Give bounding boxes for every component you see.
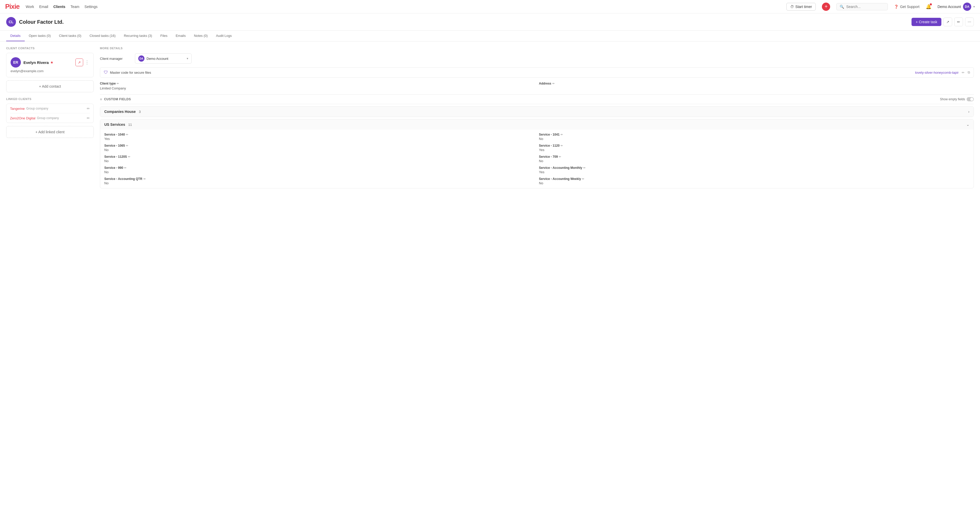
tab-audit-logs[interactable]: Audit Logs <box>212 31 236 41</box>
header-actions: + Create task ↗ ✏ ⋯ <box>912 18 974 26</box>
linked-client-tangerine: Tangerine Group company ✏ <box>10 104 90 113</box>
linked-client-edit-zero2one[interactable]: ✏ <box>87 116 90 120</box>
tab-emails[interactable]: Emails <box>172 31 190 41</box>
client-manager-avatar: DA <box>138 56 145 62</box>
account-avatar: DA <box>963 3 971 11</box>
show-empty-fields-area: Show empty fields <box>940 97 974 101</box>
edit-icon-button[interactable]: ✏ <box>954 18 963 26</box>
show-empty-toggle[interactable] <box>967 97 974 101</box>
page-header: CL Colour Factor Ltd. + Create task ↗ ✏ … <box>0 13 980 31</box>
field-service-accounting-qtr-label: Service - Accounting QTR ✏ <box>104 177 535 181</box>
timer-icon: ⏱ <box>790 5 794 9</box>
linked-client-type-zero2one: Group company <box>37 116 59 120</box>
field-service-1065-edit-icon[interactable]: ✏ <box>126 144 128 147</box>
field-service-accounting-monthly-edit-icon[interactable]: ✏ <box>583 166 585 169</box>
nav-work[interactable]: Work <box>26 5 34 9</box>
ellipsis-icon: ⋯ <box>968 20 971 24</box>
search-icon: 🔍 <box>840 5 844 9</box>
client-manager-row: Client manager DA Demo Account ▾ <box>100 53 974 64</box>
contact-send-button[interactable]: ↗ <box>75 59 83 66</box>
tab-client-tasks[interactable]: Client tasks (0) <box>55 31 86 41</box>
field-service-1041-edit-icon[interactable]: ✏ <box>560 133 563 136</box>
field-service-accounting-monthly-label: Service - Accounting Monthly ✏ <box>539 166 969 169</box>
companies-house-title: Companies House <box>104 110 136 114</box>
nav-links: Work Email Clients Team Settings <box>26 5 98 9</box>
nav-clients[interactable]: Clients <box>53 5 65 9</box>
nav-email[interactable]: Email <box>39 5 48 9</box>
field-service-1065-value: No <box>104 148 535 152</box>
send-icon-button[interactable]: ↗ <box>943 18 952 26</box>
linked-client-zero2one: Zero2One Digital Group company ✏ <box>10 113 90 123</box>
nav-team[interactable]: Team <box>70 5 79 9</box>
address-field: Address ✏ <box>539 82 974 90</box>
linked-client-edit-tangerine[interactable]: ✏ <box>87 107 90 110</box>
field-service-1065: Service - 1065 ✏ No <box>104 144 535 152</box>
create-task-button[interactable]: + Create task <box>912 18 941 26</box>
client-manager-select[interactable]: DA Demo Account ▾ <box>135 53 192 64</box>
tab-files[interactable]: Files <box>156 31 172 41</box>
account-menu[interactable]: Demo Account DA ▾ <box>937 3 975 11</box>
field-service-990: Service - 990 ✏ No <box>104 166 535 174</box>
companies-house-header[interactable]: Companies House 3 › <box>100 107 974 117</box>
tab-details[interactable]: Details <box>6 31 25 41</box>
linked-client-name-tangerine[interactable]: Tangerine <box>10 107 25 110</box>
start-timer-button[interactable]: ⏱ Start timer <box>786 3 816 11</box>
client-manager-label: Client manager <box>100 57 131 61</box>
field-service-accounting-weekly-edit-icon[interactable]: ✏ <box>582 177 584 181</box>
client-name: Colour Factor Ltd. <box>19 19 64 25</box>
add-contact-button[interactable]: + Add contact <box>6 80 94 92</box>
edit-icon: ✏ <box>957 20 960 24</box>
field-service-accounting-qtr-edit-icon[interactable]: ✏ <box>143 177 146 181</box>
field-service-709: Service - 709 ✏ No <box>539 155 969 163</box>
us-services-title: US Services <box>104 123 125 126</box>
field-service-709-label: Service - 709 ✏ <box>539 155 969 158</box>
tab-notes[interactable]: Notes (0) <box>190 31 212 41</box>
client-contacts-label: CLIENT CONTACTS <box>6 47 94 50</box>
field-service-accounting-weekly-value: No <box>539 181 969 185</box>
address-edit-icon[interactable]: ✏ <box>552 82 555 85</box>
client-type-field: Client type ✏ Limited Company <box>100 82 535 90</box>
field-service-1120: Service - 1120 ✏ Yes <box>539 144 969 152</box>
logo[interactable]: Pixie <box>5 3 19 11</box>
add-linked-client-button[interactable]: + Add linked client <box>6 126 94 138</box>
us-services-header[interactable]: US Services 11 ⌄ <box>100 119 974 130</box>
client-manager-name: Demo Account <box>146 57 185 61</box>
account-chevron-icon: ▾ <box>973 5 975 8</box>
tab-recurring-tasks[interactable]: Recurring tasks (3) <box>120 31 156 41</box>
details-grid: Client type ✏ Limited Company Address ✏ <box>100 82 974 90</box>
client-type-label: Client type ✏ <box>100 82 535 85</box>
field-service-990-edit-icon[interactable]: ✏ <box>124 166 126 169</box>
nav-settings[interactable]: Settings <box>84 5 98 9</box>
us-services-section: US Services 11 ⌄ Service - 1040 ✏ Yes <box>100 119 974 188</box>
right-column: MORE DETAILS Client manager DA Demo Acco… <box>100 47 974 190</box>
custom-fields-header: ≡ CUSTOM FIELDS Show empty fields <box>100 94 974 104</box>
field-service-accounting-monthly-value: Yes <box>539 170 969 174</box>
address-label-text: Address <box>539 82 551 85</box>
master-code-edit-icon[interactable]: ✏ <box>962 71 964 75</box>
contact-header: ER Evelyn Rivera ★ ↗ ⋮ <box>11 57 89 67</box>
tab-open-tasks[interactable]: Open tasks (0) <box>25 31 55 41</box>
contact-actions: ↗ ⋮ <box>75 59 89 66</box>
tab-bar: Details Open tasks (0) Client tasks (0) … <box>0 31 980 42</box>
master-code-value[interactable]: lovely-silver-honeycomb-tapir <box>915 71 959 75</box>
field-service-709-value: No <box>539 159 969 163</box>
contact-more-icon[interactable]: ⋮ <box>85 59 89 65</box>
linked-clients-box: Tangerine Group company ✏ Zero2One Digit… <box>6 104 94 123</box>
get-support-link[interactable]: ❓ Get Support <box>894 5 920 9</box>
field-service-1040-edit-icon[interactable]: ✏ <box>126 133 128 136</box>
toggle-knob <box>970 98 973 101</box>
notifications-button[interactable]: 🔔 <box>926 4 931 10</box>
client-type-edit-icon[interactable]: ✏ <box>117 82 119 85</box>
field-service-1120-edit-icon[interactable]: ✏ <box>560 144 563 147</box>
field-service-709-edit-icon[interactable]: ✏ <box>559 155 561 158</box>
tab-closed-tasks[interactable]: Closed tasks (16) <box>86 31 120 41</box>
field-service-1120s-edit-icon[interactable]: ✏ <box>128 155 130 158</box>
linked-client-name-zero2one[interactable]: Zero2One Digital <box>10 116 35 120</box>
search-input[interactable] <box>846 5 882 9</box>
more-options-button[interactable]: ⋯ <box>965 18 974 26</box>
master-code-copy-icon[interactable]: ⧉ <box>968 70 970 75</box>
account-name: Demo Account <box>937 5 961 9</box>
plus-button[interactable]: + <box>822 3 830 11</box>
master-code-label: Master code for secure files <box>110 71 913 75</box>
field-service-1041-label: Service - 1041 ✏ <box>539 133 969 136</box>
